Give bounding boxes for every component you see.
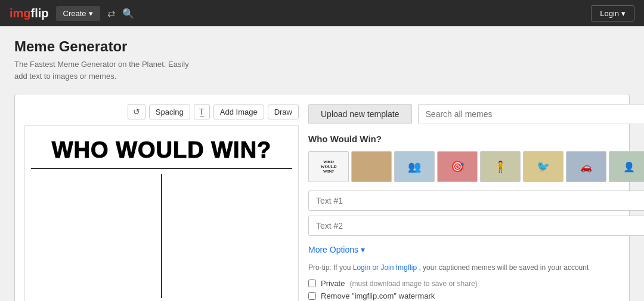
page-subtitle: The Fastest Meme Generator on the Planet…	[14, 59, 630, 82]
thumbnail-4[interactable]: 🧍	[480, 151, 521, 182]
login-button[interactable]: Login ▾	[591, 5, 634, 22]
meme-left-panel	[31, 174, 162, 298]
main-content: Meme Generator The Fastest Meme Generato…	[0, 26, 644, 301]
bottom-actions-row: More Options ▾ Add Text	[308, 241, 644, 259]
spacing-button[interactable]: Spacing	[149, 105, 190, 119]
pro-tip: Pro-tip: If you Login or Join Imgflip , …	[308, 263, 644, 272]
watermark-checkbox[interactable]	[308, 292, 316, 300]
thumbnail-5[interactable]: 🐦	[523, 151, 564, 182]
private-desc: (must download image to save or share)	[349, 280, 477, 288]
create-label: Create	[63, 9, 86, 18]
meme-title: WHO WOULD WIN?	[52, 138, 272, 163]
login-join-link[interactable]: Login or Join Imgflip	[353, 263, 417, 272]
more-options-button[interactable]: More Options ▾	[308, 245, 365, 254]
template-header: Who Would Win? My Popular	[308, 131, 644, 146]
private-label: Private	[321, 279, 345, 288]
draw-button[interactable]: Draw	[268, 105, 299, 119]
watermark-label: Remove "imgflip.com" watermark	[321, 291, 435, 300]
upload-template-button[interactable]: Upload new template	[308, 104, 412, 124]
shuffle-icon[interactable]: ⇄	[107, 8, 115, 19]
add-image-button[interactable]: Add Image	[213, 105, 264, 119]
private-checkbox-row: Private (must download image to save or …	[308, 279, 644, 288]
header: imgflip Create ▾ ⇄ 🔍 Login ▾	[0, 0, 644, 26]
logo-text: imgflip	[10, 7, 49, 20]
chevron-down-icon: ▾	[89, 9, 93, 18]
meme-canvas: WHO WOULD WIN?	[24, 125, 299, 301]
right-toolbar: Upload new template	[308, 104, 644, 124]
text-input-2[interactable]	[308, 216, 644, 236]
thumbnail-0[interactable]: WHOWOULDWIN?	[308, 151, 349, 182]
thumbnail-2[interactable]: 👥	[394, 151, 435, 182]
meme-right-panel	[162, 174, 292, 298]
undo-button[interactable]: ↺	[128, 104, 145, 119]
template-name: Who Would Win?	[308, 134, 382, 144]
login-chevron-icon: ▾	[621, 9, 626, 18]
private-checkbox[interactable]	[308, 280, 316, 287]
thumbnail-7[interactable]: 👤	[609, 151, 644, 182]
thumbnail-3[interactable]: 🎯	[437, 151, 478, 182]
editor-container: ↺ Spacing T̲ Add Image Draw WHO WOULD WI…	[14, 94, 630, 301]
create-button[interactable]: Create ▾	[56, 6, 100, 21]
chevron-icon: ▾	[361, 245, 365, 254]
horizontal-divider	[31, 168, 292, 169]
thumbnail-6[interactable]: 🚗	[566, 151, 606, 182]
template-thumbnails: WHOWOULDWIN? 👥 🎯 🧍 🐦 🚗	[308, 151, 644, 182]
canvas-area: ↺ Spacing T̲ Add Image Draw WHO WOULD WI…	[24, 104, 299, 301]
watermark-checkbox-row: Remove "imgflip.com" watermark	[308, 291, 644, 300]
text-field-row-2: ⚙	[308, 216, 644, 236]
header-left: imgflip Create ▾ ⇄ 🔍	[10, 6, 134, 21]
font-button[interactable]: T̲	[194, 104, 210, 119]
canvas-toolbar: ↺ Spacing T̲ Add Image Draw	[24, 104, 299, 119]
page-title: Meme Generator	[14, 38, 630, 55]
logo: imgflip	[10, 7, 49, 20]
right-panel: Upload new template Who Would Win? My Po…	[308, 104, 644, 301]
meme-panels	[31, 174, 292, 298]
thumbnail-1[interactable]	[351, 151, 392, 182]
search-memes-input[interactable]	[418, 104, 644, 124]
text-input-1[interactable]	[308, 191, 644, 211]
text-field-row-1: ⚙	[308, 191, 644, 211]
login-label: Login	[600, 9, 619, 18]
search-icon[interactable]: 🔍	[122, 8, 134, 19]
